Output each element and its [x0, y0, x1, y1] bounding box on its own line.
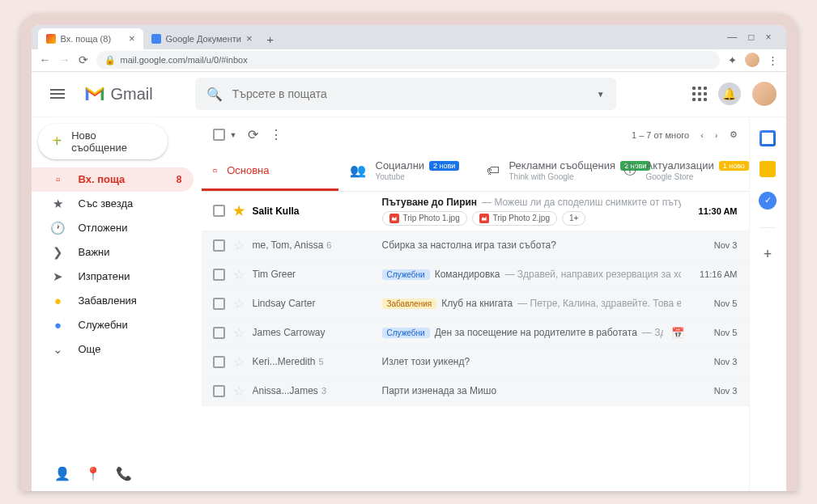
email-row[interactable]: ☆me, Tom, Anissa6Сбирка за настолна игра… [202, 231, 749, 260]
docs-favicon [151, 34, 161, 44]
select-menu-caret[interactable]: ▼ [230, 131, 237, 139]
compose-button[interactable]: + Ново съобщение [38, 124, 168, 159]
contacts-icon[interactable]: 👤 [54, 466, 70, 481]
nav-label: Със звезда [79, 197, 134, 210]
sidebar-item-fun[interactable]: ●Забавления [32, 289, 194, 313]
calendar-addon-button[interactable] [760, 130, 776, 146]
more-actions-button[interactable]: ⋮ [270, 127, 283, 142]
tag-icon: 🏷 [487, 163, 500, 178]
category-tab-tag[interactable]: 🏷Рекламни съобщения2 новиThink with Goog… [475, 153, 612, 191]
info-icon: ⓘ [623, 162, 636, 179]
close-icon[interactable]: × [129, 32, 135, 44]
prev-page-button[interactable]: ‹ [700, 130, 704, 140]
close-icon[interactable]: × [246, 32, 253, 44]
important-icon: ❯ [51, 245, 66, 260]
phone-icon[interactable]: 📞 [116, 466, 132, 481]
main-menu-button[interactable] [41, 78, 74, 110]
nav-label: Изпратени [79, 270, 130, 282]
address-bar: ← → ⟳ 🔒 mail.google.com/mail/u/0/#inbox … [32, 49, 786, 72]
url-input[interactable]: 🔒 mail.google.com/mail/u/0/#inbox [96, 51, 720, 69]
email-date: 11:16 AM [689, 269, 738, 279]
email-subject: Парти изненада за Мишо [382, 385, 497, 396]
keep-addon-button[interactable] [760, 161, 776, 177]
nav-label: Още [79, 343, 101, 355]
email-row[interactable]: ☆Anissa...James3Парти изненада за МишоNo… [202, 377, 749, 406]
email-row[interactable]: ☆Lindsay CarterЗабавленияКлуб на книгата… [202, 290, 749, 319]
email-checkbox[interactable] [213, 269, 225, 281]
email-checkbox[interactable] [213, 356, 225, 368]
settings-button[interactable]: ⚙ [730, 129, 738, 140]
sidebar-item-sent[interactable]: ➤Изпратени [32, 265, 194, 289]
email-sender: Tim Greer [253, 269, 374, 280]
email-row[interactable]: ☆James CarrowayСлужебниДен за посещение … [202, 319, 749, 348]
category-tab-people[interactable]: 👥Социални2 новиYoutube [338, 153, 475, 191]
image-icon [479, 214, 489, 223]
email-snippet: — Петре, Калина, здравейте. Това е списъ… [517, 298, 680, 309]
category-tab-inbox[interactable]: ▫Основна [202, 153, 338, 191]
category-tab-info[interactable]: ⓘАктуализации1 новоGoogle Store [612, 153, 749, 191]
email-date: 11:30 AM [689, 206, 738, 216]
email-date: Nov 3 [689, 357, 738, 366]
category-label: Основна [227, 164, 269, 176]
attachment-name: Trip Photo 2.jpg [493, 214, 550, 222]
sidebar-item-inbox[interactable]: ▫Вх. поща8 [32, 167, 194, 192]
nav-label: Вх. поща [79, 173, 126, 185]
email-sender: James Carroway [253, 327, 374, 338]
email-row[interactable]: ☆Tim GreerСлужебниКомандировка — Здравей… [202, 260, 749, 290]
reload-button[interactable]: ⟳ [79, 53, 88, 66]
star-icon[interactable]: ☆ [233, 267, 245, 282]
browser-tab-gmail[interactable]: Вх. поща (8) × [38, 28, 143, 49]
star-icon[interactable]: ☆ [233, 238, 245, 253]
search-input[interactable] [232, 87, 587, 100]
sidebar-item-work[interactable]: ●Служебни [32, 313, 194, 337]
email-label-chip: Служебни [382, 328, 430, 338]
back-button[interactable]: ← [40, 53, 51, 66]
star-icon[interactable]: ☆ [233, 325, 245, 341]
sidebar-item-clock[interactable]: 🕐Отложени [32, 216, 194, 240]
search-options-caret[interactable]: ▼ [597, 90, 605, 99]
search-icon: 🔍 [206, 87, 223, 102]
get-addons-button[interactable]: + [764, 246, 772, 263]
sidebar-item-more[interactable]: ⌄Още [32, 337, 194, 362]
email-checkbox[interactable] [213, 385, 225, 397]
profile-avatar[interactable] [745, 53, 760, 67]
tasks-addon-button[interactable] [759, 192, 777, 210]
attachment-more[interactable]: 1+ [562, 211, 585, 226]
email-subject: Излет този уикенд? [382, 356, 470, 367]
email-sender: Lindsay Carter [253, 298, 374, 309]
star-icon[interactable]: ☆ [233, 296, 245, 311]
sidebar-item-star[interactable]: ★Със звезда [32, 192, 194, 216]
inbox-icon: ▫ [51, 172, 66, 186]
spaces-icon[interactable]: 📍 [85, 466, 101, 481]
notifications-button[interactable]: 🔔 [718, 83, 741, 105]
google-apps-button[interactable] [692, 87, 707, 101]
window-minimize-icon[interactable]: — [727, 32, 737, 43]
category-subtitle: Youtube [376, 172, 460, 181]
forward-button[interactable]: → [59, 53, 70, 66]
email-checkbox[interactable] [213, 239, 225, 252]
email-checkbox[interactable] [213, 327, 225, 339]
email-row[interactable]: ★Salit KullaПътуване до Пирин — Можеш ли… [202, 192, 749, 231]
sidebar-item-important[interactable]: ❯Важни [32, 240, 194, 265]
browser-menu-icon[interactable]: ⋮ [768, 54, 778, 66]
email-checkbox[interactable] [213, 205, 225, 217]
email-checkbox[interactable] [213, 298, 225, 310]
select-all-checkbox[interactable] [213, 129, 225, 141]
extensions-icon[interactable]: ✦ [728, 54, 737, 66]
attachment-chip[interactable]: Trip Photo 1.jpg [382, 211, 467, 226]
attachment-name: Trip Photo 1.jpg [403, 214, 460, 222]
email-row[interactable]: ☆Keri...Meredith5Излет този уикенд?Nov 3 [202, 348, 749, 377]
star-icon[interactable]: ☆ [233, 354, 245, 370]
account-avatar[interactable] [752, 82, 777, 106]
window-close-icon[interactable]: × [765, 32, 771, 43]
gmail-logo[interactable]: Gmail [83, 85, 153, 104]
search-box[interactable]: 🔍 ▼ [195, 78, 616, 110]
star-icon[interactable]: ★ [233, 203, 245, 218]
star-icon[interactable]: ☆ [233, 383, 245, 399]
window-maximize-icon[interactable]: □ [748, 32, 754, 43]
browser-tab-docs[interactable]: Google Документи × [143, 28, 261, 49]
attachment-chip[interactable]: Trip Photo 2.jpg [472, 211, 557, 226]
refresh-button[interactable]: ⟳ [248, 127, 258, 142]
new-tab-button[interactable]: + [261, 30, 280, 49]
next-page-button[interactable]: › [715, 130, 718, 140]
